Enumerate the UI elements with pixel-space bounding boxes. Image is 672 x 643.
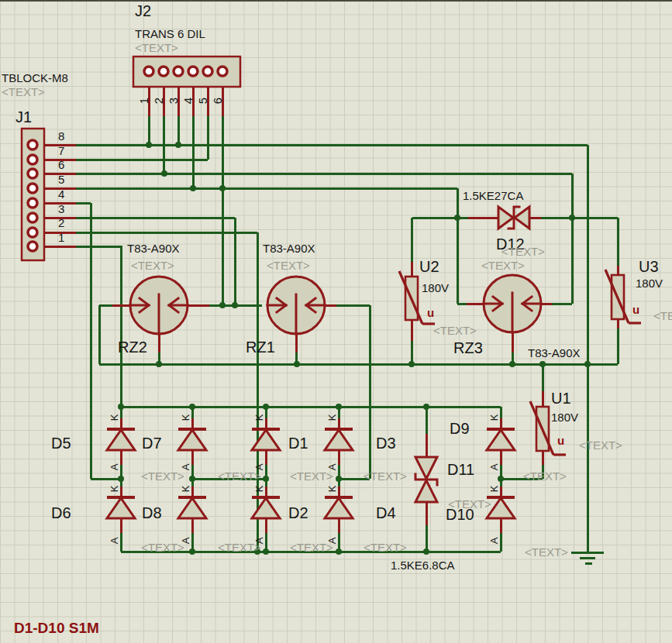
d10-text-placeholder[interactable]: <TEXT> (448, 498, 491, 511)
wire-junction-dot (232, 302, 238, 308)
connector-pin[interactable] (218, 67, 227, 76)
j2-pin2-number: 2 (153, 92, 167, 109)
wire-junction-dot (584, 361, 591, 367)
wire-junction-dot (189, 548, 195, 555)
connector-pin[interactable] (28, 213, 37, 222)
d2-ref[interactable]: D2 (288, 505, 308, 521)
connector-pin[interactable] (188, 67, 198, 76)
d12-tvs-diode[interactable] (498, 207, 529, 229)
d2-k-label: K (254, 480, 268, 497)
d10-a-label: A (489, 532, 503, 549)
d1-a-label: A (254, 459, 268, 476)
d12-text-placeholder-1[interactable]: <TEXT> (501, 246, 545, 258)
d12-value[interactable]: 1.5KE27CA (463, 190, 523, 202)
rz1-ref[interactable]: RZ1 (246, 339, 275, 356)
sheet-note[interactable]: D1-D10 S1M (14, 621, 99, 636)
diode-text-4[interactable]: <TEXT> (364, 470, 407, 483)
d11-ref[interactable]: D11 (447, 462, 474, 478)
d5-diode[interactable] (107, 429, 135, 450)
rz2-value[interactable]: T83-A90X (127, 242, 180, 255)
rz3-ref[interactable]: RZ3 (453, 340, 483, 356)
connector-pin[interactable] (144, 67, 153, 76)
u2-text-placeholder[interactable]: <TEXT> (433, 325, 477, 337)
d6-a-label: A (109, 532, 123, 549)
d7-k-label: K (181, 409, 195, 426)
wire-junction-dot (408, 361, 415, 367)
d3-a-label: A (327, 459, 341, 476)
d4-a-label: A (327, 532, 341, 549)
rz1-arrester[interactable] (267, 277, 325, 334)
d7-diode[interactable] (178, 429, 206, 450)
connector-pin[interactable] (28, 140, 37, 150)
j1-text-placeholder[interactable]: <TEXT> (2, 86, 45, 98)
u2-ref[interactable]: U2 (419, 259, 439, 275)
d3-diode[interactable] (325, 429, 353, 450)
diode-text-9[interactable]: <TEXT> (364, 542, 407, 554)
rz1-value[interactable]: T83-A90X (263, 242, 315, 255)
connector-pin[interactable] (159, 67, 168, 76)
j1-pin8-number: 8 (58, 130, 64, 143)
u3-ref[interactable]: U3 (639, 259, 659, 275)
j2-pin4-number: 4 (182, 92, 196, 109)
d6-diode[interactable] (107, 497, 135, 518)
d5-ref[interactable]: D5 (51, 435, 71, 452)
rz3-value[interactable]: T83-A90X (528, 347, 581, 359)
d11-value[interactable]: 1.5KE6.8CA (391, 559, 455, 572)
wire-junction-dot (263, 548, 269, 555)
d2-diode[interactable] (252, 497, 280, 518)
j1-ref[interactable]: J1 (16, 109, 32, 126)
diode-text-5[interactable]: <TEXT> (523, 470, 567, 483)
rz3-arrester[interactable] (484, 275, 541, 332)
d12-text-placeholder-2[interactable]: <TEXT> (481, 260, 525, 272)
connector-pin[interactable] (28, 155, 37, 164)
j1-pin6-number: 6 (58, 159, 64, 171)
j1-connector[interactable] (22, 129, 44, 260)
j2-ref[interactable]: J2 (135, 3, 151, 19)
rz2-text-placeholder[interactable]: <TEXT> (131, 260, 174, 272)
wire-junction-dot (219, 302, 226, 308)
d3-k-label: K (327, 409, 341, 426)
j2-connector[interactable] (133, 57, 240, 87)
d6-ref[interactable]: D6 (51, 505, 71, 521)
wire-junction-dot (423, 548, 429, 555)
connector-pin[interactable] (28, 228, 37, 237)
u1-ref[interactable]: U1 (551, 390, 571, 407)
connector-pin[interactable] (28, 169, 37, 178)
diode-text-6[interactable]: <TEXT> (141, 542, 184, 554)
connector-pin[interactable] (28, 198, 37, 208)
d7-ref[interactable]: D7 (142, 435, 162, 452)
d11-tvs-diode[interactable] (415, 457, 437, 502)
u1-value[interactable]: 180V (551, 411, 578, 424)
ground-text-placeholder[interactable]: <TEXT> (525, 546, 568, 559)
schematic-canvas: J2TRANS 6 DIL<TEXT>TBLOCK-M8<TEXT>J18765… (0, 0, 672, 643)
diode-text-1[interactable]: <TEXT> (141, 470, 184, 483)
j1-pin3-number: 3 (58, 203, 64, 215)
d4-diode[interactable] (325, 497, 353, 518)
d8-ref[interactable]: D8 (142, 505, 162, 521)
u3-value[interactable]: 180V (636, 277, 663, 290)
d5-k-label: K (109, 409, 123, 426)
d4-ref[interactable]: D4 (376, 505, 396, 521)
d9-ref[interactable]: D9 (450, 421, 470, 437)
connector-pin[interactable] (174, 67, 183, 76)
connector-pin[interactable] (203, 67, 212, 76)
u2-value[interactable]: 180V (422, 282, 449, 294)
j2-value[interactable]: TRANS 6 DIL (135, 28, 205, 40)
connector-pin[interactable] (28, 184, 37, 193)
rz2-ref[interactable]: RZ2 (118, 339, 147, 356)
wire-junction-dot (161, 170, 167, 177)
u1-text-placeholder[interactable]: <TEXT> (579, 439, 622, 452)
rz2-arrester[interactable] (130, 277, 188, 334)
d1-ref[interactable]: D1 (288, 435, 308, 452)
d9-a-label: A (489, 459, 503, 476)
d9-diode[interactable] (487, 429, 515, 450)
d3-ref[interactable]: D3 (376, 435, 396, 452)
u3-text-placeholder[interactable]: <TEXT> (653, 310, 672, 322)
j1-value[interactable]: TBLOCK-M8 (2, 72, 68, 84)
d6-k-label: K (109, 480, 123, 497)
connector-pin[interactable] (28, 242, 37, 251)
j2-text-placeholder[interactable]: <TEXT> (135, 42, 178, 54)
rz1-text-placeholder[interactable]: <TEXT> (267, 260, 310, 272)
d8-diode[interactable] (178, 497, 206, 518)
d1-diode[interactable] (252, 429, 280, 450)
